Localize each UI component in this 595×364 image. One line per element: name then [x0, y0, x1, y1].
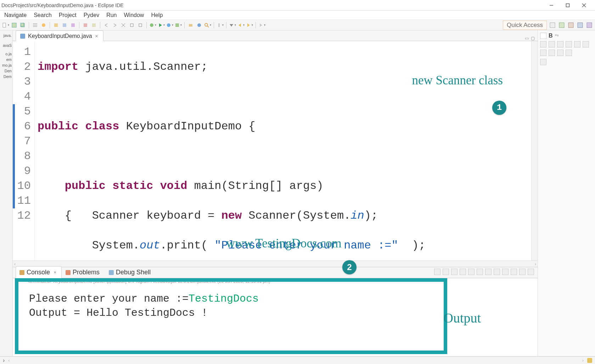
- close-tab-icon[interactable]: ✕: [54, 270, 56, 274]
- forward-button[interactable]: [246, 22, 253, 29]
- cut-button[interactable]: [120, 22, 127, 29]
- package-explorer-minimized[interactable]: .java avaS o.ja em mo.ja Den Dem: [0, 30, 13, 356]
- pin-button[interactable]: [217, 22, 224, 29]
- code-editor[interactable]: 1 2 3 4 5 6 7 8 9 10 11 12 import java.u…: [13, 41, 538, 261]
- menu-window[interactable]: Window: [120, 12, 147, 18]
- scroll-left-icon[interactable]: ‹: [14, 262, 16, 267]
- open-perspective-button[interactable]: [549, 22, 556, 29]
- clear-console-button[interactable]: [460, 269, 466, 275]
- new-button[interactable]: [2, 22, 9, 29]
- external-tools-button[interactable]: [175, 22, 182, 29]
- maximize-editor-icon[interactable]: ▢: [531, 36, 535, 41]
- hide-static-button[interactable]: [574, 41, 580, 47]
- focus-button[interactable]: [549, 50, 555, 56]
- minimize-view-button[interactable]: [519, 269, 526, 275]
- search-button[interactable]: [204, 22, 211, 29]
- svg-point-26: [197, 23, 201, 27]
- undo-button[interactable]: [103, 22, 110, 29]
- menu-navigate[interactable]: Navigate: [1, 12, 30, 18]
- quick-access-input[interactable]: Quick Access: [503, 21, 547, 30]
- run-button[interactable]: [158, 22, 165, 29]
- menu-search[interactable]: Search: [30, 12, 55, 18]
- close-button[interactable]: [576, 0, 592, 10]
- svg-rect-16: [92, 23, 96, 27]
- outline-toolbar: [540, 41, 593, 56]
- status-bar: › ‹ ›: [0, 356, 595, 364]
- menu-help[interactable]: Help: [147, 12, 166, 18]
- open-console-button[interactable]: [502, 269, 509, 275]
- show-view-button[interactable]: ›: [3, 357, 5, 364]
- next-annotation-button[interactable]: [229, 22, 236, 29]
- save-button[interactable]: [11, 22, 18, 29]
- hide-nonpublic-button[interactable]: [583, 41, 589, 47]
- separator: [29, 22, 29, 28]
- scroll-lock-button[interactable]: [468, 269, 475, 275]
- status-right-arrow-icon[interactable]: ›: [582, 358, 584, 363]
- remove-launch-button[interactable]: [443, 269, 449, 275]
- editor-tab-keyboardinputdemo[interactable]: KeyboardInputDemo.java ✕: [16, 30, 103, 41]
- console-output-line: Output = Hello TestingDocs !: [29, 306, 440, 320]
- maximize-button[interactable]: [560, 0, 576, 10]
- svg-point-27: [205, 23, 208, 26]
- svg-rect-12: [54, 23, 58, 27]
- menu-pydev[interactable]: Pydev: [80, 12, 103, 18]
- open-type-button[interactable]: [82, 22, 89, 29]
- format-button[interactable]: [61, 22, 68, 29]
- java-perspective-button[interactable]: [558, 22, 565, 29]
- debug-perspective-button[interactable]: [567, 22, 574, 29]
- new-package-button[interactable]: [187, 22, 194, 29]
- menu-run[interactable]: Run: [103, 12, 120, 18]
- remove-all-button[interactable]: [451, 269, 458, 275]
- hide-fields-button[interactable]: [566, 41, 572, 47]
- hide-local-button[interactable]: [540, 50, 546, 56]
- toggle-breadcrumb-button[interactable]: [32, 22, 39, 29]
- pydev-perspective-button[interactable]: [577, 22, 584, 29]
- editor-tab-label: KeyboardInputDemo.java: [28, 33, 92, 39]
- collapse-all-button[interactable]: [540, 41, 546, 47]
- link-editor-button[interactable]: [549, 41, 555, 47]
- back-button[interactable]: [237, 22, 245, 29]
- last-edit-button[interactable]: [258, 22, 265, 29]
- new-class-button[interactable]: [196, 22, 203, 29]
- separator: [79, 22, 79, 28]
- tip-icon[interactable]: [587, 358, 592, 363]
- coverage-button[interactable]: [166, 22, 173, 29]
- redo-button[interactable]: [111, 22, 118, 29]
- close-tab-icon[interactable]: ✕: [95, 34, 98, 39]
- tab-debug-shell[interactable]: Debug Shell: [105, 266, 156, 278]
- code-area[interactable]: import java.util.Scanner; public class K…: [35, 41, 531, 261]
- console-view[interactable]: <terminated> KeyboardInputDemo [Java App…: [13, 278, 538, 356]
- paste-button[interactable]: [90, 22, 97, 29]
- separator: [100, 22, 100, 28]
- delete-button[interactable]: [137, 22, 144, 29]
- skip-breakpoints-button[interactable]: [40, 22, 47, 29]
- organize-button[interactable]: [69, 22, 77, 29]
- status-left-arrow-icon[interactable]: ‹: [8, 358, 10, 363]
- tab-console[interactable]: Console ✕: [16, 266, 62, 278]
- outline-view-minimized[interactable]: B »₂: [538, 30, 595, 356]
- maximize-view-button[interactable]: [528, 269, 534, 275]
- bottom-tab-bar: Console ✕ Problems Debug Shell 2: [13, 267, 538, 278]
- display-selected-button[interactable]: [494, 269, 500, 275]
- debug-button[interactable]: [149, 22, 156, 29]
- word-wrap-button[interactable]: [477, 269, 483, 275]
- breadcrumb-menu-icon[interactable]: »₂: [555, 33, 558, 39]
- new-console-button[interactable]: [511, 269, 517, 275]
- scroll-right-icon[interactable]: ›: [535, 262, 536, 267]
- build-button[interactable]: [52, 22, 60, 29]
- minimize-button[interactable]: [543, 0, 560, 10]
- min-button[interactable]: [566, 50, 572, 56]
- pin-console-button[interactable]: [485, 269, 492, 275]
- editor-vscroll[interactable]: [531, 41, 538, 261]
- menu-button[interactable]: [557, 50, 563, 56]
- minimize-editor-icon[interactable]: ▭: [525, 36, 529, 41]
- copy-button[interactable]: [128, 22, 135, 29]
- breadcrumb-icon[interactable]: [540, 33, 546, 39]
- sort-button[interactable]: [557, 41, 563, 47]
- menu-project[interactable]: Project: [55, 12, 80, 18]
- outline-chevron-down-icon[interactable]: [540, 59, 546, 65]
- terminate-button[interactable]: [434, 269, 440, 275]
- tab-problems[interactable]: Problems: [62, 266, 105, 278]
- save-all-button[interactable]: [19, 22, 26, 29]
- customize-perspective-button[interactable]: [586, 22, 593, 29]
